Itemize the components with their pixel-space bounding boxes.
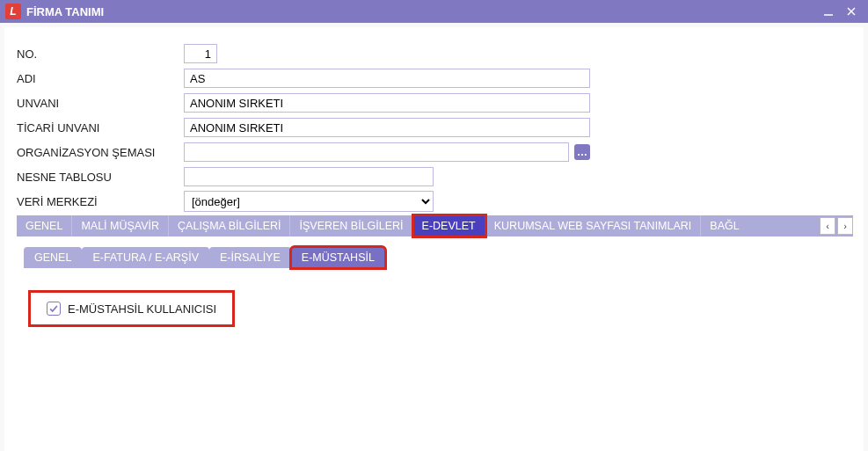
org-sema-label: ORGANİZASYON ŞEMASI bbox=[17, 146, 184, 159]
no-input[interactable] bbox=[184, 44, 217, 63]
close-button[interactable] bbox=[840, 3, 863, 20]
window-title: FİRMA TANIMI bbox=[26, 5, 104, 18]
tab-calisma-bilgileri[interactable]: ÇALIŞMA BİLGİLERİ bbox=[169, 215, 290, 236]
sub-tabs: GENEL E-FATURA / E-ARŞİV E-İRSALİYE E-MÜ… bbox=[24, 247, 853, 268]
main-tabs: GENEL MALİ MÜŞAVİR ÇALIŞMA BİLGİLERİ İŞV… bbox=[17, 215, 853, 236]
subtab-emustahsil[interactable]: E-MÜSTAHSİL bbox=[291, 247, 385, 268]
emustahsil-checkbox[interactable] bbox=[47, 302, 61, 316]
ellipsis-icon: … bbox=[577, 146, 587, 158]
tab-isveren-bilgileri[interactable]: İŞVEREN BİLGİLERİ bbox=[290, 215, 412, 236]
adi-label: ADI bbox=[17, 72, 184, 85]
emustahsil-checkbox-label: E-MÜSTAHSİL KULLANICISI bbox=[68, 302, 216, 316]
tab-bagl[interactable]: BAĞL bbox=[701, 215, 748, 236]
ticari-unvani-input[interactable] bbox=[184, 118, 590, 137]
emustahsil-kullanicisi-row: E-MÜSTAHSİL KULLANICISI bbox=[31, 293, 232, 324]
nesne-tablosu-input[interactable] bbox=[184, 167, 434, 186]
subtab-efatura-earsiv[interactable]: E-FATURA / E-ARŞİV bbox=[82, 247, 209, 268]
ticari-unvani-label: TİCARİ UNVANI bbox=[17, 121, 184, 135]
check-icon bbox=[48, 303, 59, 314]
unvani-label: UNVANI bbox=[17, 97, 184, 110]
tab-mali-musavir[interactable]: MALİ MÜŞAVİR bbox=[72, 215, 169, 236]
no-label: NO. bbox=[17, 47, 184, 61]
subtab-genel[interactable]: GENEL bbox=[24, 247, 82, 268]
tab-genel[interactable]: GENEL bbox=[17, 215, 72, 236]
org-sema-lookup-button[interactable]: … bbox=[574, 144, 590, 160]
tab-scroll-left-button[interactable]: ‹ bbox=[820, 217, 835, 235]
tab-kurumsal-web[interactable]: KURUMSAL WEB SAYFASI TANIMLARI bbox=[485, 215, 702, 236]
subtab-eirsaliye[interactable]: E-İRSALİYE bbox=[209, 247, 291, 268]
app-logo-icon: L bbox=[5, 4, 21, 19]
adi-input[interactable] bbox=[184, 69, 590, 88]
tab-scroll-right-button[interactable]: › bbox=[837, 217, 853, 235]
tab-content: E-MÜSTAHSİL KULLANICISI bbox=[17, 268, 853, 349]
unvani-input[interactable] bbox=[184, 93, 590, 113]
minimize-button[interactable] bbox=[817, 3, 840, 20]
org-sema-input[interactable] bbox=[184, 142, 569, 162]
veri-merkezi-label: VERİ MERKEZİ bbox=[17, 195, 184, 208]
window-body: NO. ADI UNVANI TİCARİ UNVANI ORGANİZASYO… bbox=[4, 27, 864, 451]
nesne-tablosu-label: NESNE TABLOSU bbox=[17, 171, 184, 184]
title-bar: L FİRMA TANIMI bbox=[0, 0, 868, 23]
veri-merkezi-select[interactable]: [öndeğer] bbox=[184, 191, 434, 212]
tab-e-devlet[interactable]: E-DEVLET bbox=[413, 215, 485, 236]
